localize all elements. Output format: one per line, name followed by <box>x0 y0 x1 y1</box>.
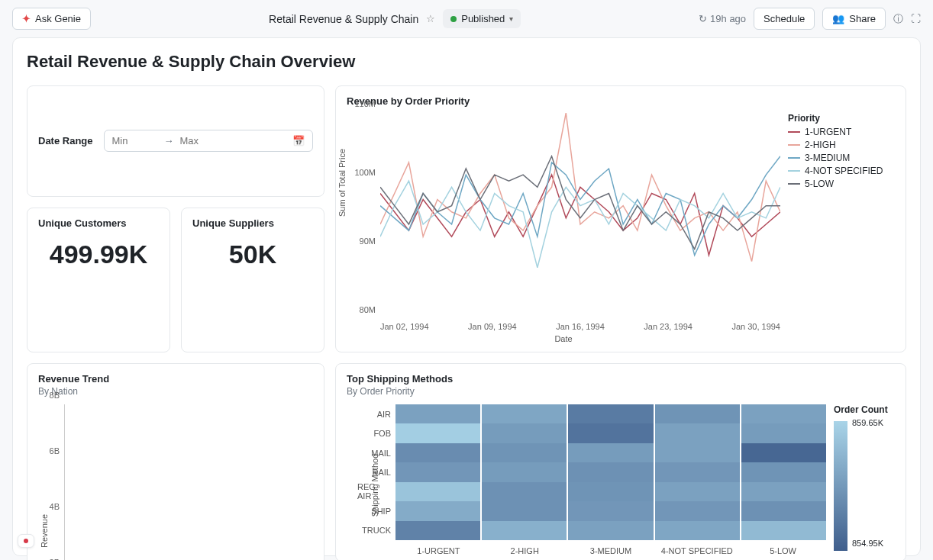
date-min-input[interactable] <box>112 135 158 146</box>
revenue-priority-chart[interactable]: Sum of Total Price 80M90M100M110M Jan 02… <box>347 113 895 342</box>
kpi-suppliers-value: 50K <box>192 240 313 269</box>
sparkle-icon: ✦ <box>22 13 31 24</box>
kpi-customers-card: Unique Customers 499.99K <box>27 208 170 353</box>
heat-cell[interactable] <box>482 423 567 443</box>
status-pill[interactable]: Published ▾ <box>443 9 521 28</box>
status-label: Published <box>461 13 505 24</box>
heat-cell[interactable] <box>395 443 480 462</box>
heat-cells <box>395 404 826 540</box>
line-x-axis-label: Date <box>554 334 572 343</box>
trend-y-axis: 02B4B6B8B <box>38 404 61 560</box>
heat-cell[interactable] <box>741 443 826 462</box>
date-max-input[interactable] <box>180 135 226 146</box>
chevron-down-icon: ▾ <box>509 14 513 23</box>
heat-cell[interactable] <box>741 423 826 443</box>
revenue-priority-title: Revenue by Order Priority <box>347 95 895 107</box>
revenue-trend-card: Revenue Trend By Nation Revenue 02B4B6B8… <box>27 363 324 560</box>
topbar-center: Retail Revenue & Supply Chain ☆ Publishe… <box>100 9 689 28</box>
heat-gradient-icon <box>834 421 847 551</box>
heat-cell[interactable] <box>395 521 480 540</box>
heat-x-labels: 1-URGENT2-HIGH3-MEDIUM4-NOT SPECIFIED5-L… <box>395 546 826 555</box>
floating-widget[interactable] <box>18 534 34 548</box>
revenue-trend-title: Revenue Trend <box>38 373 313 385</box>
heat-cell[interactable] <box>655 462 740 481</box>
calendar-icon[interactable]: 📅 <box>292 135 305 146</box>
refresh-status[interactable]: ↻ 19h ago <box>699 13 746 24</box>
heat-cell[interactable] <box>395 482 480 501</box>
heatmap-subtitle: By Order Priority <box>347 386 895 397</box>
line-plot: Sum of Total Price 80M90M100M110M Jan 02… <box>347 113 780 342</box>
legend-item[interactable]: 2-HIGH <box>788 140 895 150</box>
kpi-customers-title: Unique Customers <box>38 217 159 229</box>
heat-cell[interactable] <box>482 521 567 540</box>
heat-cell[interactable] <box>482 501 567 520</box>
record-dot-icon <box>24 539 28 543</box>
star-icon[interactable]: ☆ <box>426 13 435 24</box>
overview-title: Retail Revenue & Supply Chain Overview <box>27 52 906 72</box>
people-icon: 👥 <box>832 13 844 24</box>
heat-cell[interactable] <box>395 404 480 423</box>
heat-scale-min: 854.95K <box>852 539 883 548</box>
heatmap-scale: Order Count 859.65K 854.95K <box>834 404 895 557</box>
legend-item[interactable]: 4-NOT SPECIFIED <box>788 166 895 176</box>
heat-cell[interactable] <box>655 443 740 462</box>
heat-cell[interactable] <box>741 501 826 520</box>
date-range-input[interactable]: → 📅 <box>104 130 313 152</box>
line-y-axis-label: Sum of Total Price <box>337 149 347 217</box>
share-label: Share <box>849 13 876 24</box>
trend-plot-area <box>64 404 310 560</box>
heat-cell[interactable] <box>482 443 567 462</box>
status-dot-icon <box>450 16 457 22</box>
schedule-button[interactable]: Schedule <box>754 8 815 30</box>
share-button[interactable]: 👥 Share <box>822 8 886 30</box>
ask-genie-button[interactable]: ✦ Ask Genie <box>12 8 91 30</box>
heat-cell[interactable] <box>655 501 740 520</box>
kpi-suppliers-card: Unique Suppliers 50K <box>181 208 324 353</box>
refresh-ago: 19h ago <box>710 13 746 24</box>
heatmap-chart[interactable]: Shipping Method AIRFOBMAILRAILREG AIRSHI… <box>347 404 895 557</box>
legend-item[interactable]: 5-LOW <box>788 179 895 189</box>
heat-cell[interactable] <box>568 501 653 520</box>
heat-cell[interactable] <box>655 521 740 540</box>
arrow-right-icon: → <box>164 135 174 146</box>
kpi-row: Unique Customers 499.99K Unique Supplier… <box>27 208 324 353</box>
heat-cell[interactable] <box>655 404 740 423</box>
heat-cell[interactable] <box>482 404 567 423</box>
heat-scale-max: 859.65K <box>852 418 883 427</box>
legend-item[interactable]: 1-URGENT <box>788 127 895 137</box>
heatmap-title: Top Shipping Methods <box>347 373 895 385</box>
dashboard-title: Retail Revenue & Supply Chain <box>269 13 418 25</box>
heat-cell[interactable] <box>395 501 480 520</box>
heat-cell[interactable] <box>482 462 567 481</box>
kpi-customers-value: 499.99K <box>38 240 159 269</box>
heat-cell[interactable] <box>395 423 480 443</box>
heat-cell[interactable] <box>568 521 653 540</box>
heat-cell[interactable] <box>741 404 826 423</box>
heat-cell[interactable] <box>482 482 567 501</box>
heat-cell[interactable] <box>568 462 653 481</box>
legend-item[interactable]: 3-MEDIUM <box>788 153 895 163</box>
line-legend-title: Priority <box>788 113 895 124</box>
heat-cell[interactable] <box>568 404 653 423</box>
revenue-trend-chart[interactable]: Revenue 02B4B6B8B 1992199419961998 Order… <box>38 404 313 560</box>
info-icon[interactable]: ⓘ <box>893 12 903 26</box>
heat-cell[interactable] <box>568 423 653 443</box>
heat-cell[interactable] <box>741 462 826 481</box>
heat-cell[interactable] <box>568 482 653 501</box>
shipping-heatmap-card: Top Shipping Methods By Order Priority S… <box>335 363 906 560</box>
heat-cell[interactable] <box>655 482 740 501</box>
heat-cell[interactable] <box>395 462 480 481</box>
schedule-label: Schedule <box>764 13 805 24</box>
topbar-right: ↻ 19h ago Schedule 👥 Share ⓘ ⛶ <box>699 8 921 30</box>
dashboard-grid: Date Range → 📅 Unique Customers 499.99K … <box>27 85 906 560</box>
line-y-axis: 80M90M100M110M <box>347 113 377 319</box>
line-svg <box>380 113 780 298</box>
heat-cell[interactable] <box>568 443 653 462</box>
heat-cell[interactable] <box>741 482 826 501</box>
revenue-priority-card: Revenue by Order Priority Sum of Total P… <box>335 85 906 352</box>
kpi-suppliers-title: Unique Suppliers <box>192 217 313 229</box>
fullscreen-icon[interactable]: ⛶ <box>911 13 921 24</box>
heat-cell[interactable] <box>741 521 826 540</box>
heat-cell[interactable] <box>655 423 740 443</box>
date-range-card: Date Range → 📅 <box>27 85 324 197</box>
